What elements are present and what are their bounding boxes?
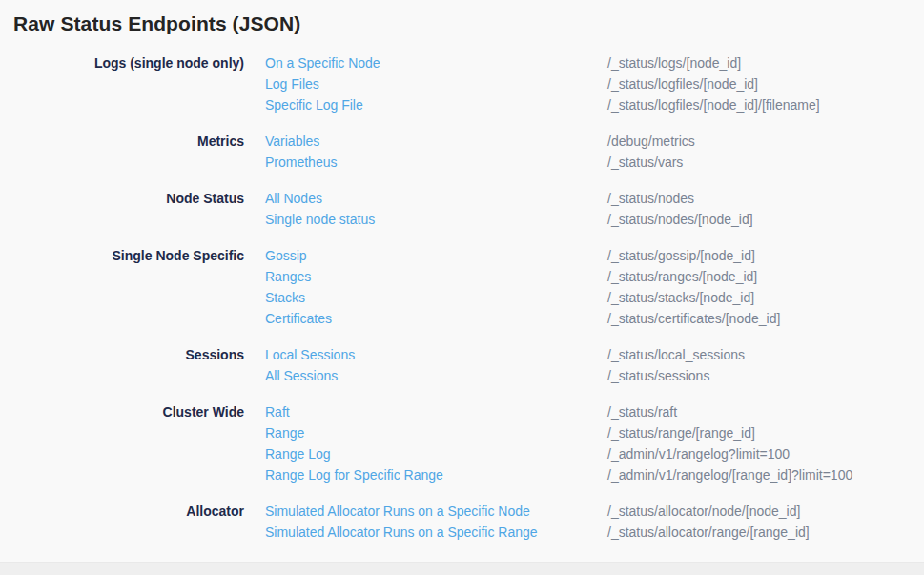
endpoint-path: /debug/metrics — [607, 131, 924, 152]
link-column: On a Specific NodeLog FilesSpecific Log … — [244, 52, 607, 115]
endpoint-group: MetricsVariablesPrometheus/debug/metrics… — [0, 131, 924, 173]
endpoint-path: /_admin/v1/rangelog?limit=100 — [607, 443, 924, 464]
category-label: Single Node Specific — [0, 245, 244, 329]
endpoint-path: /_status/certificates/[node_id] — [607, 308, 924, 329]
endpoint-link[interactable]: Log Files — [265, 73, 607, 94]
endpoint-path: /_status/range/[range_id] — [607, 422, 924, 443]
endpoint-path: /_admin/v1/rangelog/[range_id]?limit=100 — [607, 464, 924, 485]
endpoint-link[interactable]: All Nodes — [265, 188, 607, 209]
link-column: Simulated Allocator Runs on a Specific N… — [244, 501, 607, 543]
endpoint-group: Single Node SpecificGossipRangesStacksCe… — [0, 245, 924, 329]
endpoint-group: SessionsLocal SessionsAll Sessions/_stat… — [0, 344, 924, 386]
endpoint-path: /_status/logfiles/[node_id] — [607, 73, 924, 94]
category-label: Sessions — [0, 344, 244, 386]
endpoint-path: /_status/logs/[node_id] — [607, 52, 924, 73]
endpoint-link[interactable]: On a Specific Node — [265, 52, 607, 73]
endpoint-link[interactable]: Variables — [265, 131, 607, 152]
endpoint-path: /_status/nodes/[node_id] — [607, 209, 924, 230]
category-label: Metrics — [0, 131, 244, 173]
path-column: /debug/metrics/_status/vars — [607, 131, 924, 173]
endpoint-link[interactable]: Prometheus — [265, 152, 607, 173]
endpoint-link[interactable]: Simulated Allocator Runs on a Specific N… — [265, 501, 607, 522]
endpoint-link[interactable]: Certificates — [265, 308, 607, 329]
debug-endpoints-page: Raw Status Endpoints (JSON) Logs (single… — [0, 0, 924, 575]
endpoint-path: /_status/local_sessions — [607, 344, 924, 365]
endpoint-path: /_status/allocator/range/[range_id] — [607, 522, 924, 543]
endpoint-link[interactable]: Single node status — [265, 209, 607, 230]
path-column: /_status/local_sessions/_status/sessions — [607, 344, 924, 386]
endpoint-path: /_status/nodes — [607, 188, 924, 209]
endpoint-link[interactable]: Range — [265, 422, 607, 443]
endpoint-group: Cluster WideRaftRangeRange LogRange Log … — [0, 401, 924, 485]
path-column: /_status/raft/_status/range/[range_id]/_… — [607, 401, 924, 485]
endpoint-table: Logs (single node only)On a Specific Nod… — [0, 52, 924, 558]
endpoint-link[interactable]: Raft — [265, 401, 607, 422]
path-column: /_status/gossip/[node_id]/_status/ranges… — [607, 245, 924, 329]
endpoint-path: /_status/allocator/node/[node_id] — [607, 501, 924, 522]
category-label: Node Status — [0, 188, 244, 230]
endpoint-group: Node StatusAll NodesSingle node status/_… — [0, 188, 924, 230]
endpoint-link[interactable]: Specific Log File — [265, 94, 607, 115]
endpoint-path: /_status/ranges/[node_id] — [607, 266, 924, 287]
page-title: Raw Status Endpoints (JSON) — [0, 0, 924, 35]
endpoint-link[interactable]: Ranges — [265, 266, 607, 287]
endpoint-path: /_status/gossip/[node_id] — [607, 245, 924, 266]
path-column: /_status/logs/[node_id]/_status/logfiles… — [607, 52, 924, 115]
endpoint-link[interactable]: All Sessions — [265, 365, 607, 386]
category-label: Logs (single node only) — [0, 52, 244, 115]
endpoint-group: AllocatorSimulated Allocator Runs on a S… — [0, 501, 924, 543]
endpoint-link[interactable]: Range Log for Specific Range — [265, 464, 607, 485]
path-column: /_status/allocator/node/[node_id]/_statu… — [607, 501, 924, 543]
link-column: GossipRangesStacksCertificates — [244, 245, 607, 329]
endpoint-link[interactable]: Stacks — [265, 287, 607, 308]
endpoint-group: Logs (single node only)On a Specific Nod… — [0, 52, 924, 115]
endpoint-path: /_status/stacks/[node_id] — [607, 287, 924, 308]
endpoint-path: /_status/sessions — [607, 365, 924, 386]
category-label: Cluster Wide — [0, 401, 244, 485]
endpoint-link[interactable]: Local Sessions — [265, 344, 607, 365]
endpoint-link[interactable]: Gossip — [265, 245, 607, 266]
path-column: /_status/nodes/_status/nodes/[node_id] — [607, 188, 924, 230]
footer-band — [0, 562, 924, 575]
endpoint-path: /_status/logfiles/[node_id]/[filename] — [607, 94, 924, 115]
link-column: Local SessionsAll Sessions — [244, 344, 607, 386]
link-column: VariablesPrometheus — [244, 131, 607, 173]
category-label: Allocator — [0, 501, 244, 543]
endpoint-link[interactable]: Range Log — [265, 443, 607, 464]
endpoint-path: /_status/raft — [607, 401, 924, 422]
link-column: RaftRangeRange LogRange Log for Specific… — [244, 401, 607, 485]
link-column: All NodesSingle node status — [244, 188, 607, 230]
endpoint-path: /_status/vars — [607, 152, 924, 173]
endpoint-link[interactable]: Simulated Allocator Runs on a Specific R… — [265, 522, 607, 543]
